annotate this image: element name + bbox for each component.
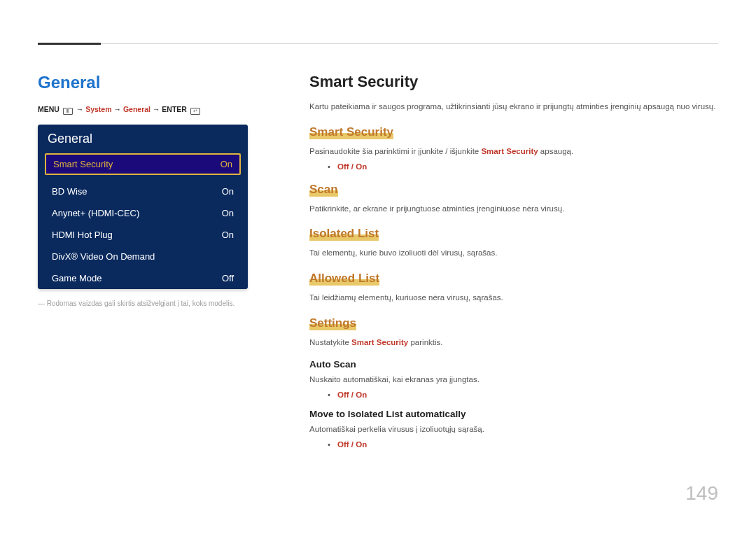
option-item: Off / On [328,440,718,449]
breadcrumb-general: General [123,105,150,113]
breadcrumb-menu: MENU [38,105,59,113]
osd-item-label: BD Wise [52,186,88,197]
subsub-heading: Auto Scan [309,359,718,370]
sub-desc: Tai leidžiamų elementų, kuriuose nėra vi… [309,292,718,304]
osd-item-label: Game Mode [52,273,102,283]
sub-heading: Allowed List [309,272,379,286]
breadcrumb-arrow-2: → [113,105,121,113]
section-settings: Settings Nustatykite Smart Security pari… [309,316,718,448]
subsub-heading: Move to Isolated List automatically [309,409,718,419]
options-list: Off / On [309,391,718,399]
options-list: Off / On [309,162,718,171]
osd-selected-value: On [220,159,232,169]
osd-selected-label: Smart Security [53,159,113,169]
section-scan: Scan Patikrinkite, ar ekrane ir prijungt… [309,182,718,216]
osd-title: General [38,125,248,150]
top-rule-bold [38,43,101,45]
subsub-desc: Automatiškai perkelia virusus į izoliuot… [309,423,718,436]
breadcrumb-system: System [85,105,111,113]
osd-item[interactable]: Anynet+ (HDMI-CEC) On [38,202,248,224]
sub-desc: Pasinaudokite šia parinktimi ir įjunkite… [309,146,718,158]
section-smart-security: Smart Security Pasinaudokite šia parinkt… [309,125,718,171]
intro-text: Kartu pateikiama ir saugos programa, užt… [309,101,718,113]
osd-item-value: On [222,186,234,197]
sub-heading: Isolated List [309,227,379,241]
sub-desc: Tai elementų, kurie buvo izoliuoti dėl v… [309,247,718,260]
top-rule [38,43,718,44]
page-number: 149 [685,482,718,505]
osd-menu: General Smart Security On BD Wise On Any… [38,125,248,289]
osd-item-value: Off [222,273,234,283]
subsub-desc: Nuskaito automatiškai, kai ekranas yra į… [309,374,718,386]
section-isolated: Isolated List Tai elementų, kurie buvo i… [309,226,718,260]
sub-heading: Scan [309,183,338,197]
breadcrumb: MENU Ⅲ → System → General → ENTER ↵ [38,105,276,115]
main-title: Smart Security [309,73,718,91]
sub-desc: Nustatykite Smart Security parinktis. [309,337,718,349]
right-column: Smart Security Kartu pateikiama ir saugo… [309,73,718,460]
sub-heading: Settings [309,316,356,330]
left-column: General MENU Ⅲ → System → General → ENTE… [38,73,276,460]
breadcrumb-arrow-3: → [153,105,160,113]
breadcrumb-enter: ENTER [162,105,187,113]
osd-item[interactable]: Game Mode Off [38,267,248,289]
osd-item[interactable]: BD Wise On [38,181,248,202]
footnote: ― Rodomas vaizdas gali skirtis atsižvelg… [38,299,276,309]
osd-item-label: Anynet+ (HDMI-CEC) [52,208,139,218]
osd-item-value: On [222,208,234,218]
section-allowed: Allowed List Tai leidžiamų elementų, kur… [309,271,718,304]
sub-desc: Patikrinkite, ar ekrane ir prijungtuose … [309,203,718,216]
option-item: Off / On [328,162,718,171]
enter-icon: ↵ [190,108,200,115]
osd-item-label: DivX® Video On Demand [52,251,155,262]
section-title: General [38,73,276,92]
osd-item-value: On [222,230,234,240]
menu-icon: Ⅲ [63,108,73,115]
option-item: Off / On [328,391,718,399]
osd-item-label: HDMI Hot Plug [52,230,113,240]
breadcrumb-arrow-1: → [76,105,84,113]
options-list: Off / On [309,440,718,449]
osd-item[interactable]: HDMI Hot Plug On [38,224,248,246]
sub-heading: Smart Security [309,125,393,139]
osd-item[interactable]: DivX® Video On Demand [38,246,248,267]
osd-selected-item[interactable]: Smart Security On [45,153,241,175]
